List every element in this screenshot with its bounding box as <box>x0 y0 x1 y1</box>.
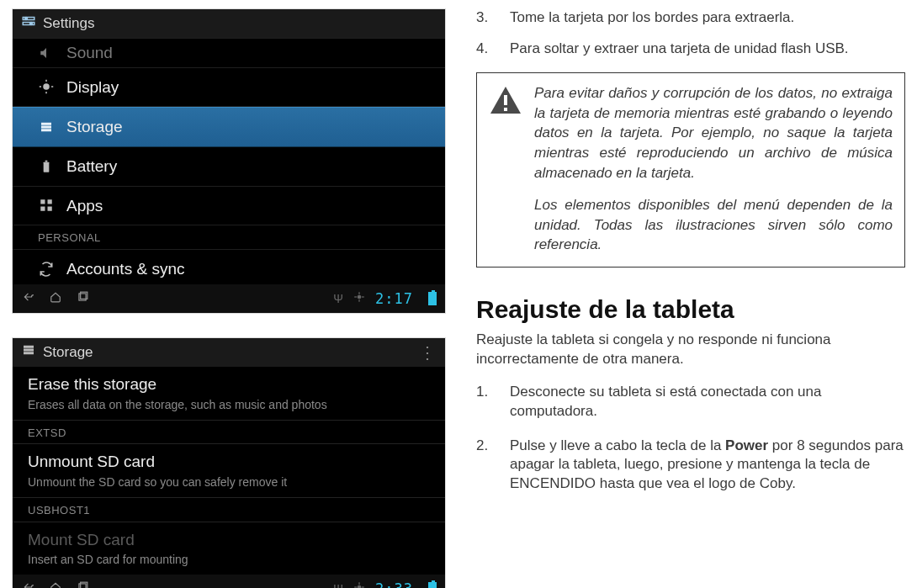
storage-item-title: Mount SD card <box>28 529 430 551</box>
warning-box: Para evitar daños y corrupción de los da… <box>476 72 905 268</box>
storage-item-subtitle: Insert an SD card for mounting <box>28 552 430 568</box>
svg-rect-12 <box>44 162 50 172</box>
overflow-menu-icon[interactable]: ⋮ <box>419 342 437 364</box>
storage-item-title: Unmount SD card <box>28 451 430 473</box>
storage-item-title: Erase this storage <box>28 373 430 395</box>
settings-item-label: Accounts & sync <box>66 258 184 280</box>
nav-bar: Ψ 2:33 <box>13 575 445 588</box>
settings-item-storage[interactable]: Storage <box>13 107 445 147</box>
step-number: 3. <box>476 8 496 28</box>
svg-rect-15 <box>48 200 52 204</box>
status-clock: 2:33 <box>375 580 413 588</box>
back-icon[interactable] <box>21 289 36 309</box>
settings-item-apps[interactable]: Apps <box>13 187 445 226</box>
back-icon[interactable] <box>21 580 36 588</box>
svg-point-3 <box>30 22 33 24</box>
svg-rect-16 <box>40 207 45 211</box>
storage-screenshot: Storage ⋮ Erase this storage Erases all … <box>12 337 446 588</box>
settings-item-sound[interactable]: Sound <box>13 38 445 68</box>
debug-tray-icon <box>353 291 365 307</box>
step-number: 2. <box>476 437 496 495</box>
svg-rect-25 <box>24 346 34 348</box>
settings-item-accounts[interactable]: Accounts & sync <box>13 250 445 285</box>
settings-screenshot: Settings Sound Display <box>12 8 446 314</box>
settings-item-display[interactable]: Display <box>13 68 445 108</box>
step-text: Tome la tarjeta por los bordes para extr… <box>510 8 794 28</box>
settings-item-label: Battery <box>66 156 117 177</box>
svg-rect-34 <box>362 586 364 587</box>
settings-item-label: Apps <box>66 195 103 217</box>
settings-header: Settings <box>13 9 445 38</box>
warning-icon <box>489 85 522 183</box>
usb-tray-icon: Ψ <box>333 291 343 307</box>
settings-icon <box>21 13 36 34</box>
storage-header: Storage ⋮ <box>13 338 445 367</box>
svg-point-4 <box>43 84 50 91</box>
battery-icon <box>38 158 55 175</box>
home-icon[interactable] <box>48 580 63 588</box>
step-text: Para soltar y extraer una tarjeta de uni… <box>510 40 849 59</box>
svg-point-30 <box>358 585 362 588</box>
svg-rect-17 <box>48 207 52 211</box>
step-number: 4. <box>476 40 496 59</box>
step-number: 1. <box>476 383 496 421</box>
storage-section-extsd: EXTSD <box>13 421 445 445</box>
display-icon <box>38 78 55 95</box>
settings-item-label: Display <box>66 77 119 98</box>
apps-icon <box>38 197 55 214</box>
svg-rect-37 <box>504 108 507 111</box>
warning-paragraph-2: Los elementos disponibles del menú depen… <box>534 195 893 255</box>
svg-point-20 <box>358 295 362 299</box>
svg-rect-24 <box>362 296 364 297</box>
sound-icon <box>38 45 55 61</box>
recents-icon[interactable] <box>75 580 90 588</box>
svg-rect-27 <box>24 352 34 354</box>
storage-header-title: Storage <box>43 343 93 363</box>
svg-rect-36 <box>504 95 507 105</box>
settings-item-battery[interactable]: Battery <box>13 147 445 187</box>
section-title-reset: Reajuste de la tableta <box>476 293 905 327</box>
status-clock: 2:17 <box>375 289 413 309</box>
reset-step-2: 2. Pulse y lleve a cabo la tecla de la P… <box>476 437 905 495</box>
home-icon[interactable] <box>48 289 63 309</box>
storage-icon <box>38 119 55 135</box>
svg-rect-14 <box>40 200 45 204</box>
svg-rect-10 <box>41 126 51 129</box>
instruction-list-right: 3. Tome la tarjeta por los bordes para e… <box>476 8 905 59</box>
step-text: Desconecte su tableta si está conectada … <box>510 383 905 421</box>
recents-icon[interactable] <box>75 289 90 309</box>
sync-icon <box>38 261 55 278</box>
svg-rect-23 <box>354 296 357 297</box>
storage-item-erase[interactable]: Erase this storage Erases all data on th… <box>13 367 445 421</box>
storage-item-mount: Mount SD card Insert an SD card for moun… <box>13 522 445 575</box>
step-text: Pulse y lleve a cabo la tecla de la Powe… <box>510 437 905 495</box>
settings-section-personal: PERSONAL <box>13 225 445 250</box>
battery-status-icon <box>428 292 437 305</box>
instruction-step-4: 4. Para soltar y extraer una tarjeta de … <box>476 40 905 59</box>
warning-paragraph-1: Para evitar daños y corrupción de los da… <box>534 83 893 183</box>
battery-status-icon <box>428 582 437 588</box>
svg-rect-31 <box>358 582 359 585</box>
section-intro-reset: Reajuste la tableta si congela y no resp… <box>476 331 905 369</box>
storage-icon <box>21 342 36 363</box>
storage-item-subtitle: Erases all data on the storage, such as … <box>28 397 430 413</box>
debug-tray-icon <box>353 581 365 588</box>
svg-rect-11 <box>41 129 51 131</box>
settings-item-label: Sound <box>66 42 113 64</box>
storage-item-subtitle: Unmount the SD card so you can safely re… <box>28 474 430 490</box>
storage-section-usbhost1: USBHOST1 <box>13 498 445 522</box>
svg-rect-26 <box>24 348 34 351</box>
svg-rect-21 <box>358 292 359 294</box>
storage-item-unmount[interactable]: Unmount SD card Unmount the SD card so y… <box>13 444 445 498</box>
svg-rect-9 <box>41 123 51 125</box>
settings-item-label: Storage <box>66 116 123 138</box>
svg-rect-13 <box>45 160 48 162</box>
usb-tray-icon: Ψ <box>333 581 343 588</box>
reset-steps-list: 1. Desconecte su tableta si está conecta… <box>476 383 905 495</box>
nav-bar: Ψ 2:17 <box>13 284 445 313</box>
svg-point-2 <box>25 17 28 19</box>
instruction-step-3: 3. Tome la tarjeta por los bordes para e… <box>476 8 905 28</box>
svg-rect-33 <box>354 586 357 587</box>
settings-header-title: Settings <box>43 14 94 34</box>
reset-step-1: 1. Desconecte su tableta si está conecta… <box>476 383 905 421</box>
